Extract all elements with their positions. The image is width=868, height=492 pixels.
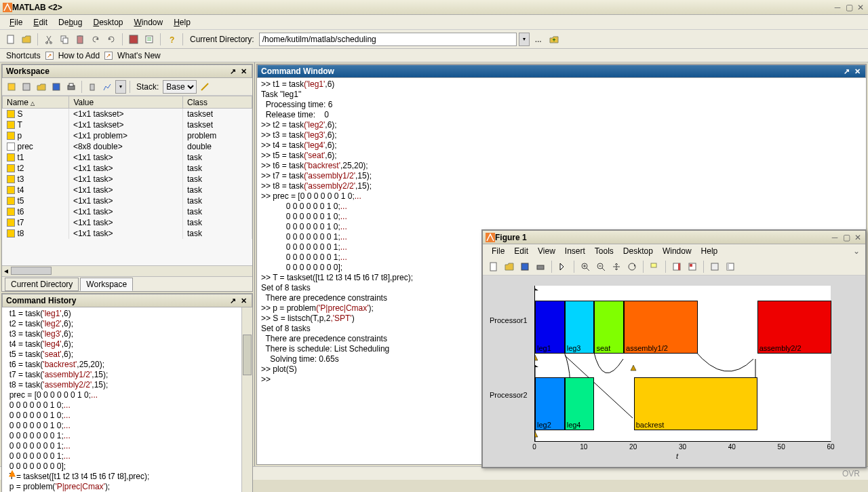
fig-maximize[interactable]: ▢ — [842, 233, 851, 242]
fig-menu-help[interactable]: Help — [696, 245, 723, 257]
minimize-button[interactable]: ─ — [833, 3, 842, 12]
fig-menu-desktop[interactable]: Desktop — [618, 245, 658, 257]
history-line[interactable]: 0 0 0 0 0 0 1 0;... — [5, 411, 250, 421]
history-line[interactable]: p = problem('P|prec|Cmax'); — [5, 482, 250, 492]
close-button[interactable]: ✕ — [856, 3, 865, 12]
close-pane-button[interactable]: ✕ — [239, 296, 248, 305]
curdir-input[interactable] — [259, 33, 517, 46]
fig-save[interactable] — [518, 260, 532, 273]
browse-button[interactable]: ... — [532, 33, 545, 46]
fig-menu-insert[interactable]: Insert — [560, 245, 590, 257]
history-body[interactable]: t1 = task('leg1',6) t2 = task('leg2',6);… — [2, 307, 252, 492]
workspace-row[interactable]: p<1x1 problem>problem — [3, 130, 252, 141]
fig-legend[interactable] — [686, 260, 699, 273]
howto-link[interactable]: How to Add — [56, 51, 102, 60]
menu-desktop[interactable]: Desktop — [87, 16, 128, 29]
history-line[interactable]: t7 = task('assembly1/2',15); — [5, 370, 250, 380]
workspace-row[interactable]: t2<1x1 task>task — [3, 163, 252, 174]
up-folder-button[interactable] — [547, 33, 561, 46]
workspace-row[interactable]: t5<1x1 task>task — [3, 195, 252, 206]
simulink-button[interactable] — [127, 33, 140, 46]
workspace-row[interactable]: t4<1x1 task>task — [3, 185, 252, 195]
workspace-row[interactable]: t7<1x1 task>task — [3, 217, 252, 228]
history-line[interactable]: 0 0 0 0 0 0 1 0;... — [5, 421, 250, 431]
fig-zoomout[interactable] — [594, 260, 608, 273]
tab-current-directory[interactable]: Current Directory — [5, 278, 79, 291]
history-line[interactable]: t3 = task('leg3',6); — [5, 329, 250, 339]
fig-hide-tools[interactable] — [708, 260, 722, 273]
fig-rotate[interactable] — [625, 260, 639, 273]
fig-pan[interactable] — [610, 260, 623, 273]
copy-button[interactable] — [58, 33, 71, 46]
menu-window[interactable]: Window — [128, 16, 168, 29]
fig-minimize[interactable]: ─ — [830, 233, 840, 242]
fig-new[interactable] — [487, 260, 500, 273]
menu-edit[interactable]: Edit — [28, 16, 53, 29]
menu-debug[interactable]: Debug — [53, 16, 87, 29]
undo-button[interactable] — [89, 33, 102, 46]
stack-icon[interactable] — [198, 80, 212, 94]
fig-menu-file[interactable]: File — [487, 245, 509, 257]
history-line[interactable]: 0 0 0 0 0 0 1 0;... — [5, 400, 250, 411]
delete-button[interactable] — [85, 80, 99, 94]
history-line[interactable]: t8 = task('assembly2/2',15); — [5, 380, 250, 390]
history-line[interactable]: t4 = task('leg4',6); — [5, 339, 250, 349]
fig-menu-window[interactable]: Window — [658, 245, 696, 257]
help-button[interactable]: ? — [165, 33, 178, 46]
history-line[interactable]: 0 0 0 0 0 0 0 0]; — [5, 461, 250, 472]
workspace-row[interactable]: t8<1x1 task>task — [3, 228, 252, 239]
col-class[interactable]: Class — [182, 96, 252, 109]
history-line[interactable]: T = taskset([t1 t2 t3 t4 t5 t6 t7 t8],pr… — [5, 472, 250, 482]
new-var-button[interactable] — [5, 80, 18, 94]
fig-show-tools[interactable] — [724, 260, 737, 273]
fig-edit[interactable] — [556, 260, 570, 273]
history-line[interactable]: t2 = task('leg2',6); — [5, 319, 250, 329]
stack-select[interactable]: Base — [163, 80, 197, 94]
plot-dropdown[interactable]: ▾ — [115, 80, 126, 94]
fig-print[interactable] — [534, 260, 547, 273]
workspace-row[interactable]: prec<8x8 double>double — [3, 141, 252, 152]
workspace-row[interactable]: t6<1x1 task>task — [3, 206, 252, 217]
history-line[interactable]: 0 0 0 0 0 0 0 1;... — [5, 441, 250, 451]
fig-open[interactable] — [502, 260, 516, 273]
tab-workspace[interactable]: Workspace — [80, 278, 133, 291]
history-line[interactable]: t1 = task('leg1',6) — [5, 309, 250, 319]
history-line[interactable]: t5 = task('seat',6); — [5, 349, 250, 360]
workspace-row[interactable]: T<1x1 taskset>taskset — [3, 119, 252, 130]
open-file-button[interactable] — [20, 33, 33, 46]
undock-button[interactable]: ↗ — [842, 67, 851, 76]
fig-colorbar[interactable] — [670, 260, 684, 273]
menu-help[interactable]: Help — [168, 16, 196, 29]
fig-menu-view[interactable]: View — [533, 245, 560, 257]
workspace-row[interactable]: t3<1x1 task>task — [3, 174, 252, 185]
history-line[interactable]: prec = [0 0 0 0 0 0 1 0;... — [5, 390, 250, 400]
workspace-row[interactable]: t1<1x1 task>task — [3, 152, 252, 163]
fig-menu-chevron[interactable]: ⌄ — [852, 246, 861, 256]
close-pane-button[interactable]: ✕ — [239, 67, 248, 76]
close-pane-button[interactable]: ✕ — [852, 67, 862, 76]
workspace-row[interactable]: S<1x1 taskset>taskset — [3, 109, 252, 120]
history-line[interactable]: 0 0 0 0 0 0 0 1;... — [5, 431, 250, 441]
maximize-button[interactable]: ▢ — [844, 3, 854, 12]
history-line[interactable]: 0 0 0 0 0 0 0 1;... — [5, 451, 250, 461]
col-name[interactable]: Name △ — [3, 96, 69, 109]
fig-close[interactable]: ✕ — [853, 233, 863, 242]
fig-menu-tools[interactable]: Tools — [590, 245, 618, 257]
plot-button[interactable] — [100, 80, 114, 94]
curdir-dropdown[interactable]: ▾ — [519, 33, 530, 46]
open-var-button[interactable] — [20, 80, 33, 94]
print-button[interactable] — [64, 80, 78, 94]
save-ws-button[interactable] — [50, 80, 63, 94]
fig-menu-edit[interactable]: Edit — [509, 245, 533, 257]
import-button[interactable] — [35, 80, 48, 94]
new-file-button[interactable] — [4, 33, 18, 46]
paste-button[interactable] — [73, 33, 87, 46]
history-scrollbar[interactable] — [241, 307, 252, 492]
fig-zoomin[interactable] — [578, 260, 592, 273]
menu-file[interactable]: File — [4, 16, 28, 29]
fig-datacursor[interactable] — [648, 260, 661, 273]
whatsnew-link[interactable]: What's New — [115, 51, 163, 60]
history-line[interactable]: t6 = task('backrest',25,20); — [5, 360, 250, 370]
guide-button[interactable] — [142, 33, 156, 46]
cut-button[interactable] — [42, 33, 56, 46]
